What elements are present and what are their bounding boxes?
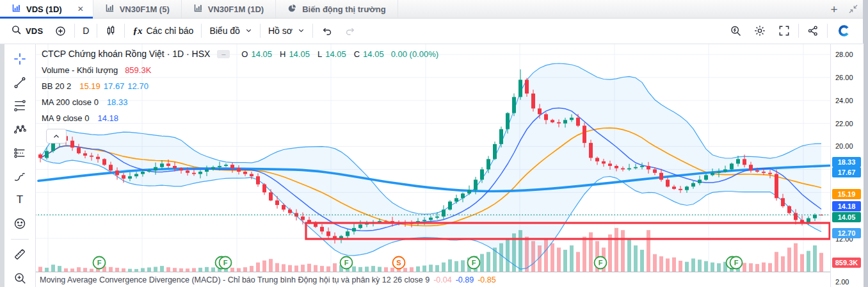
compare-button[interactable] bbox=[49, 21, 72, 40]
indicators-button[interactable]: ƒx Các chỉ báo bbox=[127, 21, 199, 40]
chevron-down-icon bbox=[298, 26, 305, 36]
tab-label: VN30F1M (5) bbox=[120, 4, 170, 14]
toolbar-divider bbox=[97, 24, 97, 38]
symbol-name: VDS bbox=[26, 26, 43, 36]
zoom-in-tool-icon[interactable] bbox=[10, 269, 29, 287]
event-marker-S[interactable]: S bbox=[396, 259, 401, 266]
axis-price-badge: 15.19 bbox=[832, 189, 861, 199]
axis-tick: 28.00 bbox=[835, 51, 853, 58]
symbol-title[interactable]: CTCP Chứng khoán Rồng Việt · 1D · HSX bbox=[42, 49, 210, 59]
event-marker-F[interactable]: F bbox=[97, 259, 102, 266]
indicators-label: Các chỉ báo bbox=[146, 26, 193, 36]
tab-close-icon[interactable]: ✕ bbox=[76, 4, 85, 13]
ma200-value: 18.33 bbox=[107, 97, 128, 107]
event-marker-F[interactable]: F bbox=[344, 259, 349, 266]
chart-tab-icon bbox=[105, 3, 115, 15]
tab-vds-1d[interactable]: VDS (1D) ✕ bbox=[0, 0, 93, 18]
legend-collapse-chip[interactable]: – bbox=[217, 50, 230, 58]
event-marker-F[interactable]: F bbox=[223, 259, 228, 266]
axis-price-badge: 12.70 bbox=[832, 228, 861, 238]
axis-tick: 22.00 bbox=[835, 120, 853, 127]
tab-market-movement[interactable]: Biến động thị trường bbox=[276, 0, 398, 18]
legend-collapse-button[interactable] bbox=[46, 129, 67, 144]
toolbar-divider bbox=[260, 24, 261, 38]
macd-line-value: -0.89 bbox=[456, 275, 474, 284]
chart-tab-icon bbox=[193, 3, 203, 15]
add-tab-button[interactable]: + bbox=[824, 0, 844, 18]
crosshair-tool-icon[interactable] bbox=[10, 50, 29, 68]
axis-price-badge: 14.18 bbox=[832, 201, 861, 211]
toolbar-divider bbox=[124, 24, 125, 38]
bb-indicator-label[interactable]: BB 20 2 bbox=[42, 81, 71, 91]
broker-logo[interactable] bbox=[830, 21, 858, 40]
change-value: 0.00 (0.00%) bbox=[391, 49, 438, 59]
toolbar-right-group bbox=[723, 21, 858, 40]
ohlc-open-value: 14.05 bbox=[251, 49, 272, 59]
macd-legend: Moving Average Convergence Divergence (M… bbox=[40, 275, 496, 284]
price-axis[interactable]: 28.0026.0024.0022.0020.0012.002.0018.331… bbox=[830, 44, 864, 287]
redo-button[interactable] bbox=[339, 21, 362, 40]
undo-button[interactable] bbox=[315, 21, 339, 40]
toolbar-divider bbox=[798, 24, 799, 38]
bb-upper-value: 17.67 bbox=[104, 81, 125, 91]
chevron-down-icon bbox=[245, 26, 252, 36]
axis-tick: 26.00 bbox=[835, 74, 853, 81]
trend-line-tool-icon[interactable] bbox=[10, 74, 29, 92]
macd-hist-value: -0.04 bbox=[433, 275, 452, 284]
pie-chart-icon bbox=[287, 3, 297, 15]
search-icon bbox=[11, 24, 22, 37]
ohlc-close-value: 14.05 bbox=[363, 49, 384, 59]
volume-value: 859.3K bbox=[125, 65, 151, 75]
symbol-search-button[interactable]: VDS bbox=[5, 21, 49, 40]
ohlc-high-label: H bbox=[280, 49, 285, 59]
ruler-tool-icon[interactable] bbox=[10, 246, 29, 264]
settings-gear-icon[interactable] bbox=[748, 21, 772, 40]
pattern-tool-icon[interactable] bbox=[10, 120, 29, 138]
brush-tool-icon[interactable] bbox=[10, 168, 29, 186]
event-marker-F[interactable]: F bbox=[599, 259, 603, 266]
chart-type-button[interactable] bbox=[99, 21, 122, 40]
ohlc-open-label: O bbox=[241, 49, 248, 59]
fib-retracement-tool-icon[interactable] bbox=[10, 97, 29, 115]
ma200-indicator-label[interactable]: MA 200 close 0 bbox=[42, 97, 99, 107]
tab-label: VDS (1D) bbox=[26, 4, 62, 14]
axis-tick: 2.00 bbox=[835, 278, 849, 286]
collapse-window-icon[interactable] bbox=[844, 0, 863, 18]
macd-label[interactable]: Moving Average Convergence Divergence (M… bbox=[40, 275, 430, 284]
ohlc-high-value: 14.05 bbox=[289, 49, 310, 59]
interval-button[interactable]: D bbox=[77, 21, 95, 40]
tab-label: VN30F1M (1D) bbox=[208, 4, 264, 14]
event-marker-F[interactable]: F bbox=[734, 259, 739, 266]
position-tool-icon[interactable] bbox=[10, 144, 29, 162]
toolbar-divider bbox=[74, 24, 75, 38]
pane-separator[interactable] bbox=[35, 272, 863, 272]
share-icon[interactable] bbox=[801, 21, 825, 40]
layout-label: Biểu đồ bbox=[209, 26, 239, 36]
chart-legend: CTCP Chứng khoán Rồng Việt · 1D · HSX – … bbox=[42, 49, 438, 129]
tab-label: Biến động thị trường bbox=[302, 4, 386, 14]
chart-tab-icon bbox=[12, 3, 21, 15]
toolbar-divider bbox=[827, 24, 828, 38]
axis-price-badge: 17.67 bbox=[832, 167, 861, 177]
ohlc-low-value: 14.05 bbox=[325, 49, 346, 59]
tab-vn30f1m-5[interactable]: VN30F1M (5) bbox=[93, 0, 182, 18]
toolbar-divider bbox=[312, 24, 313, 38]
tab-bar: VDS (1D) ✕ VN30F1M (5) VN30F1M (1D) Biến… bbox=[0, 0, 863, 19]
emoji-tool-icon[interactable] bbox=[10, 215, 29, 233]
text-tool-icon[interactable]: T bbox=[10, 191, 29, 209]
event-marker-F[interactable]: F bbox=[472, 259, 476, 266]
profile-menu-button[interactable]: Hồ sơ bbox=[262, 21, 310, 40]
bb-lower-value: 12.70 bbox=[127, 81, 149, 91]
ohlc-close-label: C bbox=[354, 49, 360, 59]
layout-menu-button[interactable]: Biểu đồ bbox=[204, 21, 257, 40]
fullscreen-icon[interactable] bbox=[772, 21, 796, 40]
axis-tick: 20.00 bbox=[835, 142, 853, 150]
right-window-edge[interactable] bbox=[863, 0, 868, 287]
tab-vn30f1m-1d[interactable]: VN30F1M (1D) bbox=[182, 0, 276, 18]
quick-search-icon[interactable] bbox=[723, 21, 748, 40]
tabbar-spacer bbox=[398, 0, 824, 18]
macd-signal-value: -0.85 bbox=[478, 275, 496, 284]
ma9-indicator-label[interactable]: MA 9 close 0 bbox=[42, 113, 89, 123]
drawbar-divider bbox=[11, 239, 29, 240]
volume-indicator-label[interactable]: Volume - Khối lượng bbox=[42, 65, 118, 75]
